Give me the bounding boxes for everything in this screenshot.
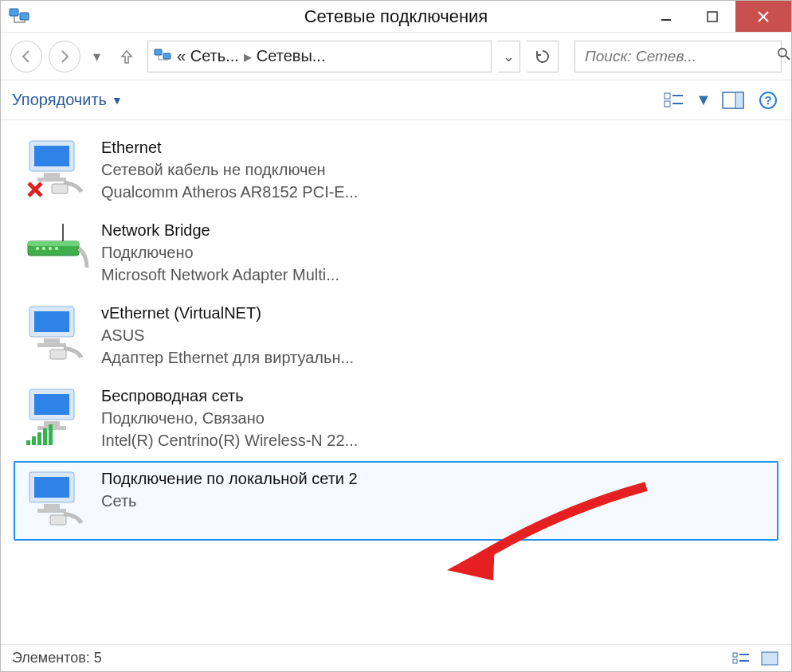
svg-point-30: [55, 247, 58, 250]
view-details-icon[interactable]: [662, 90, 686, 111]
svg-rect-44: [43, 428, 47, 445]
status-bar: Элементов: 5: [1, 644, 791, 671]
svg-rect-34: [44, 338, 60, 343]
svg-point-8: [778, 49, 786, 57]
connection-item[interactable]: Ethernet Сетевой кабель не подключен Qua…: [14, 130, 778, 213]
help-icon[interactable]: ?: [756, 90, 780, 111]
app-icon: [9, 8, 29, 25]
connection-name: Network Bridge: [101, 219, 339, 241]
connection-item-selected[interactable]: Подключение по локальной сети 2 Сеть: [14, 461, 778, 541]
svg-rect-11: [665, 101, 670, 107]
large-icons-view-icon[interactable]: [759, 650, 780, 667]
connection-item[interactable]: vEthernet (VirtualNET) ASUS Адаптер Ethe…: [14, 295, 778, 378]
svg-rect-48: [44, 504, 60, 509]
navigation-bar: ▾ « Сеть... ▸ Сетевы... ⌄: [1, 33, 791, 80]
close-button[interactable]: [735, 1, 791, 32]
connection-device: Сеть: [101, 490, 358, 512]
connection-status: Подключено, Связано: [101, 407, 358, 429]
organize-label: Упорядочить: [12, 91, 107, 109]
svg-line-9: [786, 56, 790, 60]
forward-button[interactable]: [49, 41, 80, 72]
chevron-right-icon: ▸: [244, 47, 252, 66]
svg-rect-49: [37, 509, 66, 513]
connection-wifi-icon: [20, 385, 90, 448]
view-dropdown[interactable]: ▼: [697, 90, 710, 111]
window: Сетевые подключения ▾: [0, 0, 792, 672]
svg-rect-52: [733, 659, 737, 663]
svg-rect-20: [44, 173, 60, 178]
svg-rect-21: [37, 178, 66, 182]
connection-name: Беспроводная сеть: [101, 385, 358, 407]
search-input[interactable]: [583, 47, 777, 66]
connection-name: Ethernet: [101, 136, 358, 158]
svg-rect-42: [32, 436, 36, 445]
connection-device: Microsoft Network Adapter Multi...: [101, 264, 339, 286]
back-button[interactable]: [10, 41, 42, 72]
svg-point-29: [49, 247, 52, 250]
organize-menu[interactable]: Упорядочить ▼: [12, 91, 123, 109]
connection-item[interactable]: Network Bridge Подключено Microsoft Netw…: [14, 213, 778, 295]
details-view-icon[interactable]: [731, 650, 751, 667]
svg-point-27: [36, 247, 39, 250]
connection-status: ASUS: [101, 324, 354, 346]
address-dropdown[interactable]: ⌄: [498, 41, 520, 72]
connection-disconnected-icon: [20, 136, 90, 200]
svg-rect-36: [50, 350, 66, 359]
minimize-button[interactable]: [643, 1, 689, 32]
svg-rect-3: [708, 12, 717, 21]
history-dropdown[interactable]: ▾: [87, 48, 106, 65]
up-button[interactable]: [112, 42, 141, 71]
preview-pane-icon[interactable]: [721, 90, 745, 111]
connection-name: vEthernet (VirtualNET): [101, 302, 354, 324]
svg-rect-26: [28, 241, 79, 246]
connection-name: Подключение по локальной сети 2: [101, 467, 358, 490]
svg-rect-6: [155, 49, 162, 55]
breadcrumb-start: «: [177, 47, 186, 65]
status-label: Элементов: 5: [12, 650, 102, 666]
svg-rect-10: [665, 93, 670, 99]
titlebar: Сетевые подключения: [1, 1, 791, 33]
connection-device: Intel(R) Centrino(R) Wireless-N 22...: [101, 429, 358, 451]
svg-text:?: ?: [764, 93, 771, 107]
refresh-button[interactable]: [527, 41, 559, 72]
connections-list: Ethernet Сетевой кабель не подключен Qua…: [1, 120, 791, 644]
bridge-icon: [20, 219, 90, 283]
connection-device: Qualcomm Atheros AR8152 PCI-E...: [101, 181, 358, 203]
connection-ethernet-icon: [20, 302, 90, 365]
chevron-down-icon: ▼: [112, 94, 123, 107]
connection-status: Подключено: [101, 241, 339, 264]
address-bar[interactable]: « Сеть... ▸ Сетевы...: [147, 41, 492, 72]
connection-ethernet-icon: [20, 467, 90, 531]
connection-status: Сетевой кабель не подключен: [101, 158, 358, 181]
connection-device: Адаптер Ethernet для виртуальн...: [101, 346, 354, 369]
svg-rect-41: [26, 440, 30, 445]
maximize-button[interactable]: [689, 1, 735, 32]
svg-rect-45: [49, 424, 53, 445]
svg-rect-47: [34, 477, 69, 498]
svg-rect-50: [50, 515, 66, 525]
svg-rect-33: [34, 311, 69, 332]
svg-rect-7: [163, 53, 171, 59]
connection-item[interactable]: Беспроводная сеть Подключено, Связано In…: [14, 378, 778, 461]
network-icon: [153, 47, 172, 66]
svg-rect-55: [762, 652, 778, 665]
breadcrumb-item[interactable]: Сетевы...: [257, 47, 326, 65]
toolbar: Упорядочить ▼ ▼ ?: [1, 80, 791, 120]
search-box[interactable]: [574, 41, 782, 72]
svg-rect-0: [10, 9, 18, 16]
breadcrumb-item[interactable]: Сеть...: [190, 47, 239, 65]
svg-rect-35: [37, 343, 66, 347]
svg-rect-1: [20, 13, 29, 20]
svg-point-28: [42, 247, 45, 250]
svg-rect-15: [735, 92, 743, 108]
svg-rect-22: [52, 184, 68, 193]
svg-rect-19: [34, 146, 69, 166]
svg-rect-38: [34, 394, 69, 415]
search-icon: [777, 47, 791, 65]
svg-rect-43: [37, 432, 41, 445]
svg-rect-51: [733, 653, 737, 657]
